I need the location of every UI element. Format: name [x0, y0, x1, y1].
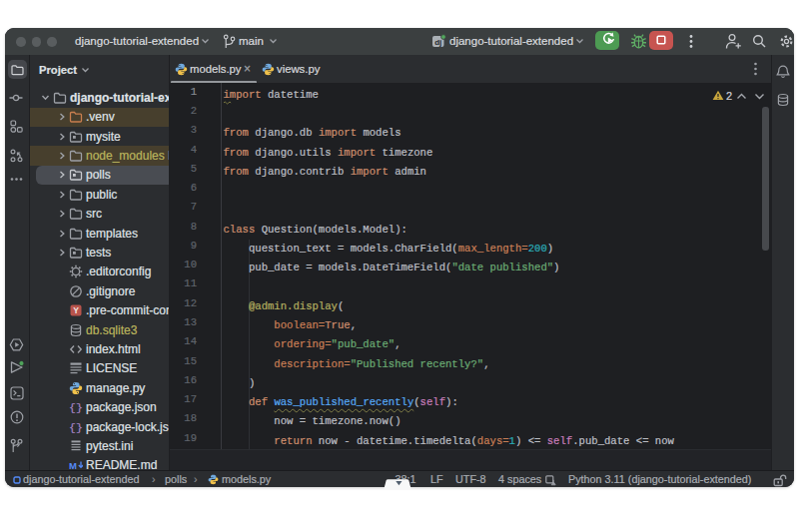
svg-text:Y: Y	[73, 305, 79, 315]
svg-text:M: M	[69, 460, 77, 470]
svg-text:dj: dj	[434, 38, 441, 47]
